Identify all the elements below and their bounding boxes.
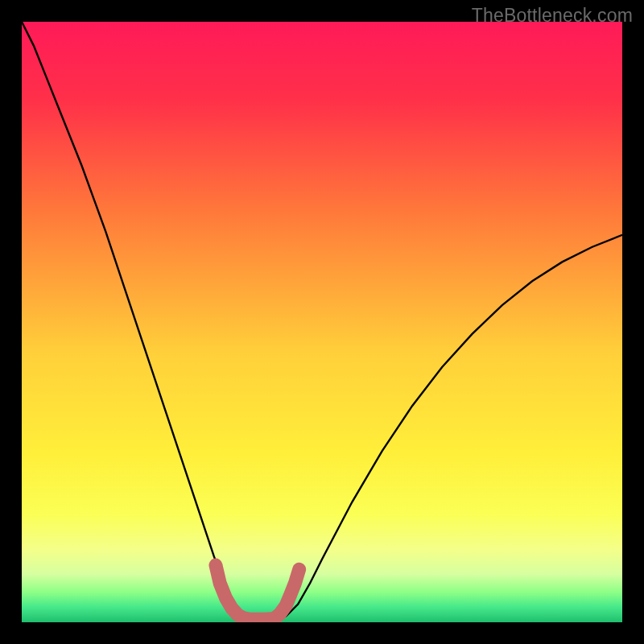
chart-svg bbox=[22, 22, 622, 622]
gradient-background bbox=[22, 22, 622, 622]
chart-plot-area bbox=[22, 22, 622, 622]
watermark-text: TheBottleneck.com bbox=[472, 5, 633, 27]
